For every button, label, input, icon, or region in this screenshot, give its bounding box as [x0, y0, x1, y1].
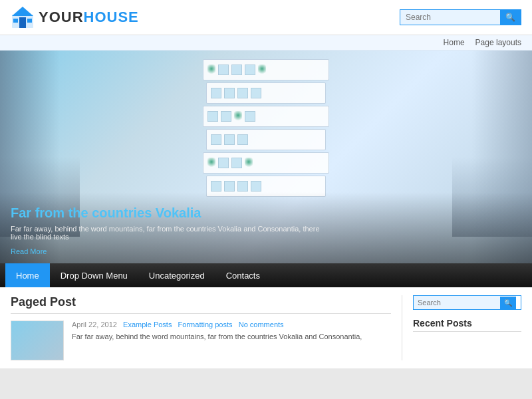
post-excerpt: Far far away, behind the word mountains,…	[72, 331, 362, 342]
content-area: Paged Post April 22, 2012 Example Posts …	[0, 287, 532, 368]
nav-item-dropdown[interactable]: Drop Down Menu	[50, 263, 138, 287]
site-header: YOURHOUSE 🔍	[0, 0, 532, 35]
logo-text: YOURHOUSE	[39, 9, 139, 26]
logo[interactable]: YOURHOUSE	[11, 5, 139, 29]
building-floor	[206, 129, 326, 150]
sidebar-recent-posts-title: Recent Posts	[413, 318, 521, 332]
svg-rect-2	[19, 17, 26, 28]
svg-marker-1	[12, 7, 33, 16]
header-search-form: 🔍	[400, 9, 521, 25]
header-search-input[interactable]	[400, 10, 500, 25]
sidebar-search-button[interactable]: 🔍	[500, 297, 516, 309]
house-icon	[11, 5, 35, 29]
section-title: Paged Post	[11, 295, 391, 314]
building-floor	[203, 59, 329, 80]
post-row: April 22, 2012 Example Posts Formatting …	[11, 321, 391, 360]
post-info: April 22, 2012 Example Posts Formatting …	[72, 321, 362, 360]
header-search-button[interactable]: 🔍	[500, 10, 521, 25]
sidebar: 🔍 Recent Posts	[402, 295, 521, 360]
sidebar-search-input[interactable]	[414, 296, 500, 309]
post-date: April 22, 2012	[72, 321, 117, 329]
post-thumbnail	[11, 321, 64, 360]
hero-overlay: Far from the countries Vokalia Far far a…	[0, 192, 532, 263]
top-nav-page-layouts[interactable]: Page layouts	[475, 38, 521, 47]
main-navigation: Home Drop Down Menu Uncategorized Contac…	[0, 263, 532, 287]
svg-rect-4	[27, 19, 32, 23]
top-nav-home[interactable]: Home	[444, 38, 465, 47]
main-content: Paged Post April 22, 2012 Example Posts …	[11, 295, 402, 360]
nav-item-contacts[interactable]: Contacts	[215, 263, 271, 287]
top-navigation: Home Page layouts	[0, 35, 532, 51]
post-link-comments[interactable]: No comments	[239, 321, 284, 329]
building-floor	[203, 152, 329, 174]
post-link-formatting[interactable]: Formatting posts	[178, 321, 233, 329]
building-floor	[203, 106, 329, 127]
hero-description: Far far away, behind the word mountains,…	[11, 225, 330, 241]
hero-section: Far from the countries Vokalia Far far a…	[0, 51, 532, 263]
hero-read-more-link[interactable]: Read More	[11, 247, 47, 255]
sidebar-search-form: 🔍	[413, 295, 521, 310]
building-floor	[206, 82, 326, 104]
post-link-example[interactable]: Example Posts	[123, 321, 172, 329]
nav-item-home[interactable]: Home	[5, 263, 50, 287]
svg-rect-3	[13, 19, 18, 23]
post-meta: April 22, 2012 Example Posts Formatting …	[72, 321, 362, 329]
hero-title: Far from the countries Vokalia	[11, 205, 521, 221]
nav-item-uncategorized[interactable]: Uncategorized	[138, 263, 215, 287]
